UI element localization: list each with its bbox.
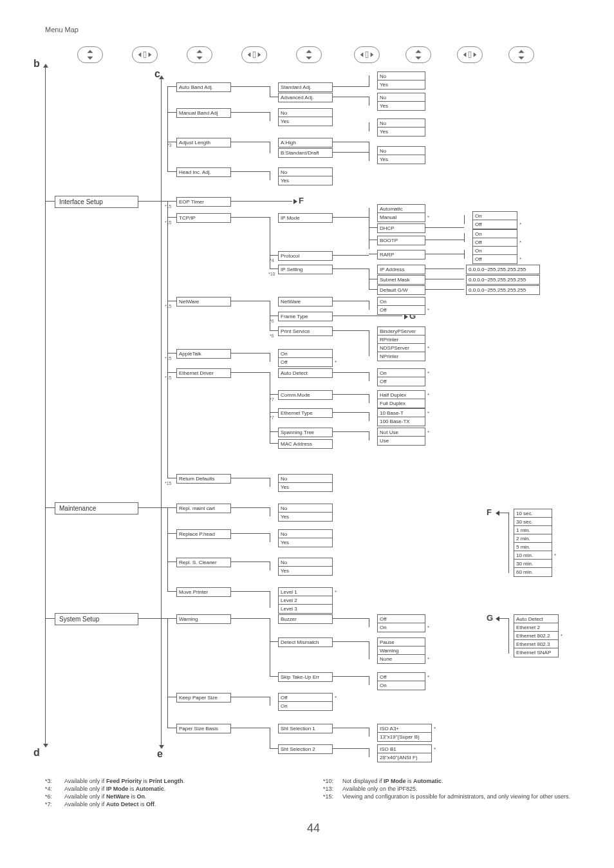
- connector: [167, 697, 176, 697]
- connector: [425, 227, 464, 228]
- connector: [231, 353, 270, 354]
- connector: [270, 171, 270, 180]
- default-star: *: [427, 392, 429, 398]
- updown-nav-icon: [77, 46, 103, 63]
- leftright-nav-icon: [132, 46, 158, 63]
- connector: [369, 254, 377, 254]
- note-10: *10: [268, 272, 275, 276]
- connector: [167, 561, 176, 562]
- sht2-item: Sht Selection 2: [278, 744, 333, 754]
- protocol-item: Protocol: [278, 251, 333, 261]
- default-star: *: [434, 726, 436, 731]
- default-star: *: [519, 222, 521, 227]
- connector: [167, 301, 176, 301]
- connector: [425, 279, 464, 279]
- svg-marker-6: [196, 57, 202, 60]
- connector: [333, 330, 369, 331]
- connector: [333, 301, 369, 301]
- default-star: *: [519, 256, 521, 262]
- default-star: *: [427, 307, 429, 313]
- connector: [270, 728, 270, 748]
- commmode-item: Comm.Mode: [278, 390, 333, 400]
- svg-marker-10: [306, 50, 312, 53]
- level3-item: Level 3: [278, 604, 333, 614]
- connector: [369, 97, 369, 106]
- use-item: Use: [377, 436, 425, 446]
- iprange-item: 0.0.0.0~255.255.255.255: [466, 265, 540, 274]
- connector: [499, 513, 508, 513]
- auto-band-item: Auto Band Adj.: [176, 82, 231, 92]
- connector: [499, 618, 508, 619]
- interface-setup-item: Interface Setup: [55, 196, 138, 208]
- connector: [45, 201, 55, 202]
- connector: [333, 217, 369, 218]
- on-item: On: [278, 701, 333, 711]
- connector: [167, 201, 176, 202]
- svg-marker-2: [138, 52, 142, 57]
- svg-marker-7: [248, 52, 251, 57]
- connector: [425, 269, 464, 269]
- note-7: *7: [270, 397, 274, 402]
- note-6: *6: [270, 319, 274, 323]
- leftright-nav-icon: [354, 46, 380, 63]
- connector: [167, 507, 176, 508]
- marker-F: F: [299, 196, 304, 205]
- connector: [138, 618, 167, 619]
- full-item: Full Duplex: [377, 399, 425, 408]
- connector: [333, 152, 369, 153]
- adjust-length-item: Adjust Length: [176, 138, 231, 147]
- standard-adj-item: Standard Adj.: [278, 82, 333, 92]
- connector: [167, 353, 176, 354]
- connector: [270, 255, 278, 256]
- connector: [333, 142, 369, 142]
- default-star: *: [335, 695, 337, 701]
- note-15: *15: [165, 304, 172, 308]
- nprinter-item: NPrinter: [377, 352, 425, 361]
- fn-num: *3:: [45, 778, 64, 784]
- connector: [167, 217, 176, 218]
- connector: [369, 75, 369, 87]
- connector: [270, 618, 270, 676]
- connector: [138, 507, 167, 508]
- connector: [138, 201, 167, 202]
- fn-num: *15:: [323, 793, 342, 800]
- connector: [167, 618, 176, 619]
- default-star: *: [335, 589, 337, 595]
- note-15: *15: [165, 481, 172, 486]
- repl-scleaner-item: Repl. S. Cleaner: [176, 558, 231, 567]
- warning-item: Warning: [176, 614, 231, 624]
- default-star: *: [427, 674, 429, 680]
- connector: [270, 748, 278, 749]
- arrow-right-icon: [404, 314, 408, 319]
- connector: [333, 86, 369, 87]
- connector: [333, 255, 369, 256]
- connector: [369, 431, 369, 440]
- yes-item: Yes: [377, 80, 425, 90]
- skip-takeup-item: Skip Take-Up Err: [278, 672, 333, 682]
- move-printer-item: Move Printer: [176, 587, 231, 597]
- yes-item: Yes: [278, 117, 333, 126]
- default-star: *: [561, 633, 563, 639]
- off-item: Off: [377, 377, 425, 386]
- fn-text: Available only on the iPF825.: [342, 786, 417, 792]
- netware-sub-item: NetWare: [278, 297, 333, 307]
- huntx-item: 100 Base-TX: [377, 417, 425, 426]
- appletalk-item: AppleTalk: [176, 349, 231, 359]
- fn-text: Available only if Auto Detect is Off.: [64, 801, 156, 807]
- connector: [167, 372, 176, 373]
- replace-phead-item: Replace P.head: [176, 529, 231, 539]
- repl-maint-item: Repl. maint cart: [176, 504, 231, 513]
- connector: [369, 394, 369, 403]
- note-15: *15: [165, 220, 172, 225]
- fn-num: *7:: [45, 801, 64, 807]
- svg-marker-8: [258, 52, 261, 57]
- connector: [231, 171, 270, 172]
- connector: [333, 748, 369, 749]
- connector: [425, 240, 464, 240]
- connector: [231, 618, 270, 619]
- svg-marker-21: [518, 57, 524, 60]
- svg-rect-9: [253, 52, 256, 57]
- page-header: Menu Map: [45, 26, 582, 33]
- connector: [270, 269, 278, 269]
- off-item: Off: [278, 357, 333, 367]
